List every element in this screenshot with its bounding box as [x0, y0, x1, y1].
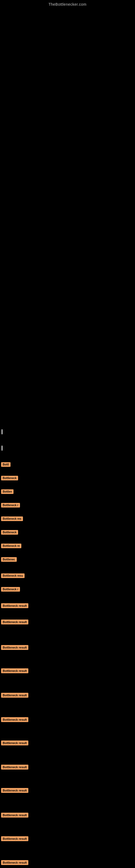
bottleneck-badge-4[interactable]: Bottleneck r — [1, 503, 20, 508]
main-content-area: Bottl Bottleneck Bottlen Bottleneck r Bo… — [0, 6, 135, 868]
site-title: TheBottlenecker.com — [0, 0, 135, 6]
bottleneck-badge-15[interactable]: Bottleneck result — [1, 693, 28, 699]
bottleneck-badge-18[interactable]: Bottleneck result — [1, 765, 28, 771]
bottleneck-badge-12[interactable]: Bottleneck result — [1, 620, 28, 625]
bottleneck-badge-19[interactable]: Bottleneck result — [1, 788, 28, 794]
bottleneck-badge-8[interactable]: Bottlenec — [1, 557, 17, 563]
bottleneck-badge-20[interactable]: Bottleneck result — [1, 813, 28, 818]
bottleneck-badge-21[interactable]: Bottleneck result — [1, 836, 28, 842]
bottleneck-badge-17[interactable]: Bottleneck result — [1, 741, 28, 746]
bottleneck-badge-5[interactable]: Bottleneck res — [1, 517, 23, 522]
cursor-line-1 — [1, 429, 2, 434]
bottleneck-badge-14[interactable]: Bottleneck result — [1, 669, 28, 674]
bottleneck-badge-6[interactable]: Bottleneck — [1, 530, 18, 536]
bottleneck-badge-2[interactable]: Bottleneck — [1, 476, 18, 482]
cursor-line-2 — [1, 445, 2, 451]
bottleneck-badge-10[interactable]: Bottleneck r — [1, 587, 20, 593]
bottleneck-badge-11[interactable]: Bottleneck result — [1, 603, 28, 609]
bottleneck-badge-22[interactable]: Bottleneck result — [1, 860, 28, 866]
bottleneck-badge-13[interactable]: Bottleneck result — [1, 645, 28, 651]
bottleneck-badge-1[interactable]: Bottl — [1, 462, 10, 468]
bottleneck-badge-16[interactable]: Bottleneck result — [1, 717, 28, 723]
bottleneck-badge-9[interactable]: Bottleneck resu — [1, 574, 25, 579]
bottleneck-badge-3[interactable]: Bottlen — [1, 489, 13, 495]
bottleneck-badge-7[interactable]: Bottleneck re — [1, 544, 21, 549]
